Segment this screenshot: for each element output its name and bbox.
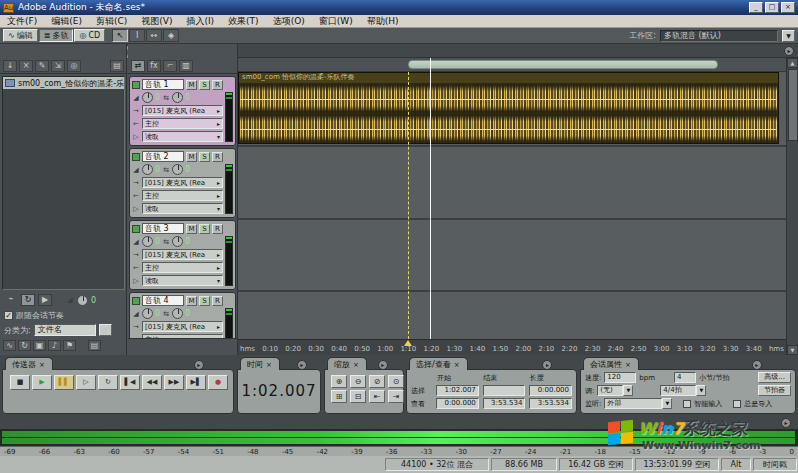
solo-button[interactable]: S: [199, 296, 210, 306]
record-arm-button[interactable]: R: [212, 296, 223, 306]
workspace-dropdown-arrow[interactable]: ▼: [782, 30, 795, 42]
insert-multitrack-icon[interactable]: ⇲: [51, 60, 65, 72]
mute-button[interactable]: M: [186, 80, 197, 90]
advanced-options-icon[interactable]: ▤: [110, 60, 124, 72]
track-name-input[interactable]: 音轨 4: [142, 295, 184, 306]
pause-button[interactable]: ▌▌: [54, 375, 74, 390]
edit-file-icon[interactable]: ✎: [35, 60, 49, 72]
go-to-start-button[interactable]: ▌◀: [120, 375, 140, 390]
solo-button[interactable]: S: [199, 152, 210, 162]
zoom-out-vertical-button[interactable]: ⊟: [350, 390, 366, 403]
playhead-marker-icon[interactable]: [404, 340, 412, 346]
follow-tempo-checkbox[interactable]: ✓: [4, 311, 13, 320]
always-import-checkbox[interactable]: [733, 400, 741, 408]
play-button[interactable]: ▶: [32, 375, 52, 390]
zoom-in-vertical-button[interactable]: ⊞: [331, 390, 347, 403]
pan-knob[interactable]: [172, 236, 183, 247]
workspace-select[interactable]: 多轨混音 (默认): [660, 30, 778, 42]
tempo-field[interactable]: 120: [604, 372, 636, 383]
view-begin-field[interactable]: 0:00.000: [436, 398, 479, 409]
monitor-dropdown-arrow[interactable]: ▼: [662, 398, 672, 409]
timesig-dropdown-arrow[interactable]: ▼: [696, 385, 706, 396]
track-output-select[interactable]: 主控▸: [142, 118, 223, 129]
menu-effects[interactable]: 效果(T): [221, 15, 266, 28]
automation-mode-select[interactable]: 读取▾: [142, 275, 223, 286]
volume-knob[interactable]: [142, 236, 153, 247]
record-arm-button[interactable]: R: [212, 152, 223, 162]
pan-knob[interactable]: [172, 92, 183, 103]
close-tab-icon[interactable]: ×: [625, 361, 631, 369]
automation-mode-select[interactable]: 读取▾: [142, 203, 223, 214]
track-output-select[interactable]: 主控▸: [142, 262, 223, 273]
show-audio-icon[interactable]: ∿: [3, 340, 16, 351]
menu-help[interactable]: 帮助(H): [360, 15, 406, 28]
edit-cursor-line[interactable]: [408, 72, 409, 339]
preview-volume-knob[interactable]: [77, 295, 88, 306]
insert-cd-icon[interactable]: ◎: [67, 60, 81, 72]
fx-icon[interactable]: fx: [147, 60, 161, 72]
track-input-select[interactable]: [015] 麦克风 (Rea▸: [142, 105, 223, 116]
selection-length-field[interactable]: 0:00.000: [529, 385, 572, 396]
fast-forward-button[interactable]: ▶▶: [164, 375, 184, 390]
minimize-button[interactable]: _: [749, 2, 763, 13]
close-button[interactable]: ×: [781, 2, 795, 13]
track-color-chip[interactable]: [132, 81, 140, 89]
pan-knob[interactable]: [172, 308, 183, 319]
track-name-input[interactable]: 音轨 1: [142, 79, 184, 90]
scrub-tool[interactable]: ◈: [163, 29, 179, 42]
playback-cursor-line[interactable]: [430, 58, 431, 339]
play-preview-button[interactable]: ▶: [38, 294, 52, 306]
scroll-down-icon[interactable]: ▼: [787, 345, 798, 355]
loop-preview-button[interactable]: ↻: [21, 294, 35, 306]
pan-knob[interactable]: [172, 164, 183, 175]
show-markers-icon[interactable]: ⚑: [63, 340, 76, 351]
record-arm-button[interactable]: R: [212, 80, 223, 90]
volume-knob[interactable]: [142, 164, 153, 175]
automation-mode-select[interactable]: 读取▾: [142, 131, 223, 142]
zoom-selection-left-button[interactable]: ⇤: [369, 390, 385, 403]
beats-per-bar-field[interactable]: 4: [674, 372, 696, 383]
track-name-input[interactable]: 音轨 3: [142, 223, 184, 234]
timeline-ruler[interactable]: hms 0:10 0:20 0:30 0:40 0:50 1:00 1:10 1…: [238, 339, 786, 355]
edit-view-button[interactable]: ∿ 编辑: [3, 29, 38, 42]
time-signature-select[interactable]: 4/4拍: [660, 385, 696, 396]
cd-view-button[interactable]: ◎ CD: [74, 29, 105, 42]
meters-icon[interactable]: ▥: [179, 60, 193, 72]
selection-end-field[interactable]: [483, 385, 526, 396]
multitrack-view-button[interactable]: ≣ 多轨: [39, 29, 74, 42]
audio-clip[interactable]: sm00_com 恰似你的温柔-乐队伴奏: [238, 72, 779, 144]
track-name-input[interactable]: 音轨 2: [142, 151, 184, 162]
tab-zoom[interactable]: 缩放×: [327, 357, 367, 370]
zoom-out-horizontal-button[interactable]: ⊖: [350, 375, 366, 388]
main-panel-menu-button[interactable]: ▸: [784, 46, 794, 56]
zoom-out-full-button[interactable]: ⊘: [369, 375, 385, 388]
selection-begin-field[interactable]: 1:02.007: [436, 385, 479, 396]
menu-clip[interactable]: 剪辑(C): [89, 15, 134, 28]
advanced-button[interactable]: 高级...: [758, 372, 791, 383]
import-file-icon[interactable]: ↓: [3, 60, 17, 72]
hybrid-tool[interactable]: ↖: [112, 29, 128, 42]
show-video-icon[interactable]: ▣: [33, 340, 46, 351]
track-output-select[interactable]: 主控▸: [142, 190, 223, 201]
smart-input-checkbox[interactable]: [683, 400, 691, 408]
volume-knob[interactable]: [142, 308, 153, 319]
bus-icon[interactable]: ⌐: [163, 60, 177, 72]
title-bar[interactable]: Au Adobe Audition - 未命名.ses* _ □ ×: [0, 0, 798, 15]
track-input-select[interactable]: [015] 麦克风 (Rea▸: [142, 321, 223, 332]
track-color-chip[interactable]: [132, 153, 140, 161]
tab-session-properties[interactable]: 会话属性×: [583, 357, 639, 370]
stop-button[interactable]: ■: [10, 375, 30, 390]
sort-dropdown-arrow[interactable]: ▼: [99, 324, 112, 336]
menu-insert[interactable]: 插入(I): [179, 15, 221, 28]
move-clip-tool[interactable]: ↔: [146, 29, 162, 42]
view-length-field[interactable]: 3:53.534: [529, 398, 572, 409]
tab-selection-view[interactable]: 选择/查看×: [409, 357, 468, 370]
mute-button[interactable]: M: [186, 296, 197, 306]
rewind-button[interactable]: ◀◀: [142, 375, 162, 390]
key-dropdown-arrow[interactable]: ▼: [623, 385, 633, 396]
metronome-button[interactable]: 节拍器: [758, 385, 791, 396]
record-arm-button[interactable]: R: [212, 224, 223, 234]
close-tab-icon[interactable]: ×: [454, 361, 460, 369]
track-color-chip[interactable]: [132, 297, 140, 305]
sort-select[interactable]: 文件名: [34, 324, 96, 336]
